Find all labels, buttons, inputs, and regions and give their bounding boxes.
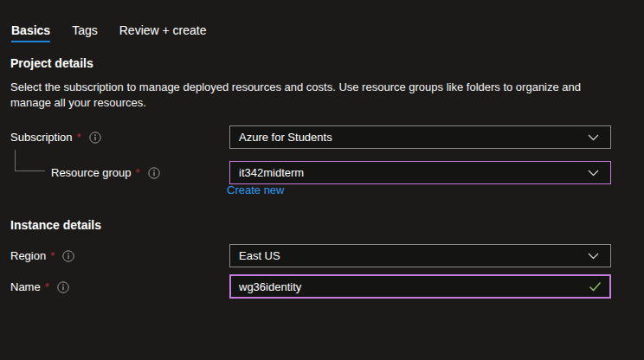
name-required-asterisk: * bbox=[45, 280, 49, 293]
region-dropdown-value: East US bbox=[239, 249, 280, 262]
connector-line-vertical bbox=[15, 150, 16, 171]
create-new-link[interactable]: Create new bbox=[227, 183, 284, 196]
info-icon[interactable] bbox=[89, 132, 101, 144]
subscription-required-asterisk: * bbox=[77, 131, 81, 144]
resource-group-dropdown[interactable]: it342midterm bbox=[229, 161, 611, 184]
region-required-asterisk: * bbox=[50, 249, 55, 262]
tab-basics[interactable]: Basics bbox=[11, 23, 50, 42]
tab-review-create[interactable]: Review + create bbox=[119, 23, 207, 42]
create-resource-basics-form: Basics Tags Review + create Project deta… bbox=[0, 0, 644, 360]
tab-tags-label: Tags bbox=[72, 23, 98, 37]
chevron-down-icon bbox=[588, 170, 599, 177]
connector-line-horizontal bbox=[15, 170, 45, 171]
info-icon[interactable] bbox=[148, 167, 160, 179]
name-field-wrap bbox=[229, 274, 611, 299]
subscription-label: Subscription bbox=[10, 131, 73, 144]
region-label: Region bbox=[10, 249, 46, 262]
resource-group-label: Resource group bbox=[51, 166, 132, 179]
subscription-dropdown[interactable]: Azure for Students bbox=[229, 125, 611, 149]
valid-checkmark-icon bbox=[589, 281, 602, 292]
resource-group-dropdown-value: it342midterm bbox=[239, 166, 304, 179]
tab-review-create-label: Review + create bbox=[119, 23, 207, 37]
region-label-row: Region * bbox=[10, 244, 74, 267]
info-icon[interactable] bbox=[57, 281, 69, 293]
subscription-dropdown-value: Azure for Students bbox=[239, 131, 332, 144]
resource-group-required-asterisk: * bbox=[136, 166, 140, 179]
tab-basics-label: Basics bbox=[11, 23, 50, 37]
project-details-heading: Project details bbox=[10, 56, 93, 70]
chevron-down-icon bbox=[588, 253, 599, 260]
chevron-down-icon bbox=[588, 134, 599, 141]
tab-bar: Basics Tags Review + create bbox=[11, 23, 229, 42]
name-input[interactable] bbox=[229, 274, 611, 299]
name-label-row: Name * bbox=[10, 275, 69, 299]
subscription-label-row: Subscription * bbox=[10, 125, 101, 149]
tab-tags[interactable]: Tags bbox=[72, 23, 98, 42]
name-label: Name bbox=[10, 280, 41, 293]
info-icon[interactable] bbox=[62, 250, 74, 262]
region-dropdown[interactable]: East US bbox=[229, 244, 611, 267]
resource-group-label-row: Resource group * bbox=[51, 161, 160, 184]
project-details-description: Select the subscription to manage deploy… bbox=[10, 80, 596, 111]
instance-details-heading: Instance details bbox=[10, 218, 101, 232]
